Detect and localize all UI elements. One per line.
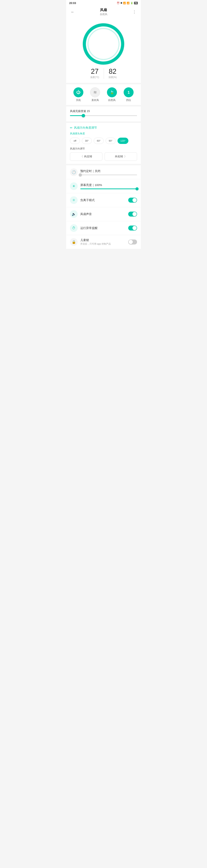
alarm-toggle[interactable] <box>128 225 137 230</box>
angle-section-title: 风扇方向角度调节 <box>74 126 97 130</box>
temperature-label: 温度(°C) <box>90 76 99 79</box>
status-bar: 20:03 ⏰ ✱ 📶 📶 🔋 75 <box>66 0 141 6</box>
schedule-slider-thumb[interactable] <box>79 174 82 177</box>
settings-negative-ion: ⚛ 负离子模式 <box>66 193 141 207</box>
fan-circle <box>82 23 125 65</box>
angle-edit-icon: ✏ <box>70 126 73 130</box>
direct-icon: ≋ <box>90 87 100 97</box>
sound-content: 风扇声音 <box>80 212 126 216</box>
turn-right-button[interactable]: 向右转 〉 <box>105 152 137 161</box>
brightness-slider-thumb[interactable] <box>135 187 138 190</box>
childlock-toggle[interactable] <box>128 240 137 245</box>
childlock-title: 儿童锁 <box>80 238 126 242</box>
direction-label: 风扇方向调节 <box>70 147 137 150</box>
sound-icon: 🔈 <box>70 210 78 218</box>
settings-alarm: ⏱ 运行异常提醒 <box>66 221 141 235</box>
gear-label: 挡位 <box>126 98 131 102</box>
power-icon: ⏻ <box>73 87 83 97</box>
back-button[interactable]: ← <box>69 8 76 15</box>
battery-icon: 🔋 <box>130 2 133 4</box>
fan-circle-inner <box>88 29 119 59</box>
header-center: 风扇 自然风 <box>76 8 131 16</box>
temperature-stat: 27 温度(°C) <box>86 68 103 79</box>
direct-label: 直吹风 <box>92 98 99 102</box>
signal-icon: 📶 <box>127 2 130 4</box>
page-subtitle: 自然风 <box>76 12 131 16</box>
status-time: 20:03 <box>69 2 76 5</box>
sound-title: 风扇声音 <box>80 212 126 216</box>
negative-ion-content: 负离子模式 <box>80 198 126 202</box>
speed-slider-track[interactable] <box>70 115 137 116</box>
settings-sound: 🔈 风扇声音 <box>66 207 141 221</box>
speed-slider-fill <box>70 115 83 116</box>
more-button[interactable]: ⋮ <box>131 8 138 15</box>
schedule-slider[interactable] <box>80 175 137 175</box>
turn-left-button[interactable]: 〈 向左转 <box>70 152 102 161</box>
brightness-icon: ☀ <box>70 182 78 190</box>
angle-buttons: off 30° 60° 90° 120° <box>70 137 137 144</box>
ctrl-direct[interactable]: ≋ 直吹风 <box>88 87 102 102</box>
childlock-icon: 🔒 <box>70 238 78 246</box>
ctrl-power[interactable]: ⏻ 关机 <box>72 87 85 102</box>
brightness-content: 屏幕亮度｜100% <box>80 183 137 189</box>
ctrl-natural[interactable]: 🍃 自然风 <box>105 87 119 102</box>
speed-slider-thumb[interactable] <box>82 114 85 117</box>
schedule-content: 预约定时｜关闭 <box>80 169 137 175</box>
negative-ion-icon: ⚛ <box>70 196 78 204</box>
right-chevron-icon: 〉 <box>124 155 127 158</box>
page-header: ← 风扇 自然风 ⋮ <box>66 6 141 18</box>
settings-childlock: 🔒 儿童锁 开启后，只可用 app 控制产品 <box>66 235 141 249</box>
control-buttons-row: ⏻ 关机 ≋ 直吹风 🍃 自然风 1 挡位 <box>70 87 137 102</box>
controls-section: ⏻ 关机 ≋ 直吹风 🍃 自然风 1 挡位 <box>66 84 141 105</box>
humidity-stat: 82 湿度(%) <box>104 68 121 79</box>
natural-label: 自然风 <box>108 98 115 102</box>
angle-30[interactable]: 30° <box>82 137 92 144</box>
left-chevron-icon: 〈 <box>80 155 83 158</box>
brightness-slider-fill <box>80 188 137 189</box>
angle-90[interactable]: 90° <box>106 137 115 144</box>
fan-section: 27 温度(°C) 82 湿度(%) <box>66 18 141 83</box>
battery-level: 75 <box>134 2 138 4</box>
angle-section: ✏ 风扇方向角度调节 风扇摆头角度 off 30° 60° 90° 120° 风… <box>66 123 141 164</box>
speed-section: 风扇无级变速 15 <box>66 106 141 121</box>
ctrl-gear[interactable]: 1 挡位 <box>122 87 135 102</box>
turn-right-label: 向右转 <box>115 155 123 158</box>
brightness-title: 屏幕亮度｜100% <box>80 183 137 187</box>
brightness-slider[interactable] <box>80 188 137 189</box>
humidity-value: 82 <box>108 68 117 75</box>
speed-label: 风扇无级变速 15 <box>70 110 137 113</box>
angle-off[interactable]: off <box>70 137 80 144</box>
negative-ion-toggle[interactable] <box>128 198 137 203</box>
angle-section-header: ✏ 风扇方向角度调节 <box>70 126 137 130</box>
swing-label: 风扇摆头角度 <box>70 132 137 135</box>
turn-left-label: 向左转 <box>84 155 92 158</box>
alarm-content: 运行异常提醒 <box>80 226 126 230</box>
negative-ion-title: 负离子模式 <box>80 198 126 202</box>
childlock-content: 儿童锁 开启后，只可用 app 控制产品 <box>80 238 126 246</box>
stats-row: 27 温度(°C) 82 湿度(%) <box>86 68 121 79</box>
angle-60[interactable]: 60° <box>94 137 104 144</box>
childlock-subtitle: 开启后，只可用 app 控制产品 <box>80 242 126 246</box>
settings-brightness: ☀ 屏幕亮度｜100% <box>66 179 141 193</box>
temperature-value: 27 <box>90 68 99 75</box>
wifi-icon: 📶 <box>123 2 126 4</box>
schedule-icon: 🕐 <box>70 168 78 176</box>
page-title: 风扇 <box>76 8 131 12</box>
direction-buttons: 〈 向左转 向右转 〉 <box>70 152 137 161</box>
alarm-icon: ⏰ <box>117 2 120 4</box>
gear-icon: 1 <box>124 87 134 97</box>
status-icons: ⏰ ✱ 📶 📶 🔋 75 <box>117 2 138 4</box>
settings-schedule: 🕐 预约定时｜关闭 <box>66 165 141 179</box>
sound-toggle[interactable] <box>128 212 137 217</box>
humidity-label: 湿度(%) <box>108 76 117 79</box>
alarm-setting-icon: ⏱ <box>70 224 78 232</box>
schedule-title: 预约定时｜关闭 <box>80 169 137 173</box>
settings-section: 🕐 预约定时｜关闭 ☀ 屏幕亮度｜100% ⚛ 负离子模式 🔈 <box>66 165 141 249</box>
power-label: 关机 <box>76 98 81 102</box>
alarm-title: 运行异常提醒 <box>80 226 126 230</box>
bluetooth-icon: ✱ <box>120 2 122 4</box>
angle-120[interactable]: 120° <box>118 137 128 144</box>
natural-icon: 🍃 <box>107 87 117 97</box>
